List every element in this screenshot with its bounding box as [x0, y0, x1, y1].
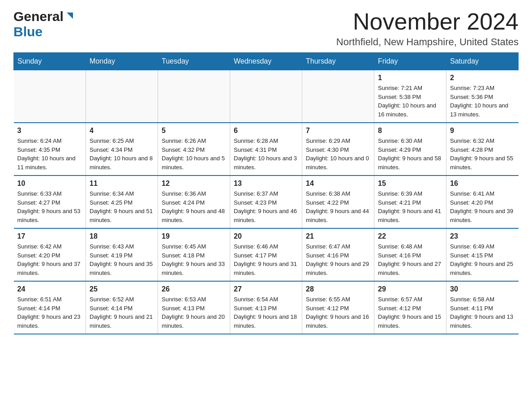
calendar-cell: 18Sunrise: 6:43 AMSunset: 4:19 PMDayligh… [86, 228, 158, 281]
day-number: 18 [90, 232, 154, 240]
calendar-cell: 13Sunrise: 6:37 AMSunset: 4:23 PMDayligh… [230, 176, 302, 228]
day-number: 8 [378, 127, 442, 135]
calendar-cell: 9Sunrise: 6:32 AMSunset: 4:28 PMDaylight… [446, 123, 519, 176]
calendar-week-row: 17Sunrise: 6:42 AMSunset: 4:20 PMDayligh… [14, 228, 519, 281]
calendar-cell: 26Sunrise: 6:53 AMSunset: 4:13 PMDayligh… [158, 281, 230, 334]
day-number: 22 [378, 232, 442, 240]
calendar-cell: 8Sunrise: 6:30 AMSunset: 4:29 PMDaylight… [374, 123, 446, 176]
day-info: Sunrise: 6:24 AMSunset: 4:35 PMDaylight:… [17, 137, 82, 171]
day-info: Sunrise: 6:51 AMSunset: 4:14 PMDaylight:… [17, 295, 82, 330]
calendar-cell: 3Sunrise: 6:24 AMSunset: 4:35 PMDaylight… [14, 123, 86, 176]
calendar-cell: 17Sunrise: 6:42 AMSunset: 4:20 PMDayligh… [14, 228, 86, 281]
calendar-cell: 16Sunrise: 6:41 AMSunset: 4:20 PMDayligh… [446, 176, 519, 228]
calendar-week-row: 1Sunrise: 7:21 AMSunset: 5:38 PMDaylight… [14, 70, 519, 123]
day-info: Sunrise: 6:54 AMSunset: 4:13 PMDaylight:… [234, 295, 298, 330]
calendar-cell: 4Sunrise: 6:25 AMSunset: 4:34 PMDaylight… [86, 123, 158, 176]
calendar-cell: 5Sunrise: 6:26 AMSunset: 4:32 PMDaylight… [158, 123, 230, 176]
calendar-cell: 23Sunrise: 6:49 AMSunset: 4:15 PMDayligh… [446, 228, 519, 281]
day-number: 26 [162, 285, 226, 293]
day-number: 12 [162, 180, 226, 188]
day-info: Sunrise: 6:41 AMSunset: 4:20 PMDaylight:… [450, 189, 515, 224]
calendar-table: SundayMondayTuesdayWednesdayThursdayFrid… [13, 52, 519, 334]
calendar-cell: 14Sunrise: 6:38 AMSunset: 4:22 PMDayligh… [302, 176, 374, 228]
day-number: 23 [450, 232, 515, 240]
calendar-cell: 12Sunrise: 6:36 AMSunset: 4:24 PMDayligh… [158, 176, 230, 228]
day-number: 27 [234, 285, 298, 293]
day-info: Sunrise: 6:49 AMSunset: 4:15 PMDaylight:… [450, 242, 515, 277]
day-number: 10 [17, 180, 82, 188]
logo-blue-text: Blue [13, 24, 43, 39]
day-info: Sunrise: 6:29 AMSunset: 4:30 PMDaylight:… [306, 137, 370, 171]
day-of-week-header: Tuesday [158, 53, 230, 70]
day-info: Sunrise: 6:53 AMSunset: 4:13 PMDaylight:… [162, 295, 226, 330]
calendar-cell: 7Sunrise: 6:29 AMSunset: 4:30 PMDaylight… [302, 123, 374, 176]
calendar-cell: 10Sunrise: 6:33 AMSunset: 4:27 PMDayligh… [14, 176, 86, 228]
day-info: Sunrise: 6:36 AMSunset: 4:24 PMDaylight:… [162, 189, 226, 224]
day-info: Sunrise: 6:30 AMSunset: 4:29 PMDaylight:… [378, 137, 442, 171]
calendar-title: November 2024 [336, 9, 519, 34]
day-number: 19 [162, 232, 226, 240]
calendar-cell [14, 70, 86, 123]
day-info: Sunrise: 6:26 AMSunset: 4:32 PMDaylight:… [162, 137, 226, 171]
day-info: Sunrise: 7:23 AMSunset: 5:36 PMDaylight:… [450, 84, 515, 119]
day-info: Sunrise: 6:55 AMSunset: 4:12 PMDaylight:… [306, 295, 370, 330]
day-info: Sunrise: 7:21 AMSunset: 5:38 PMDaylight:… [378, 84, 442, 119]
calendar-cell: 21Sunrise: 6:47 AMSunset: 4:16 PMDayligh… [302, 228, 374, 281]
calendar-week-row: 10Sunrise: 6:33 AMSunset: 4:27 PMDayligh… [14, 176, 519, 228]
calendar-cell: 20Sunrise: 6:46 AMSunset: 4:17 PMDayligh… [230, 228, 302, 281]
day-info: Sunrise: 6:43 AMSunset: 4:19 PMDaylight:… [90, 242, 154, 277]
calendar-cell: 15Sunrise: 6:39 AMSunset: 4:21 PMDayligh… [374, 176, 446, 228]
calendar-cell: 2Sunrise: 7:23 AMSunset: 5:36 PMDaylight… [446, 70, 519, 123]
day-of-week-header: Monday [86, 53, 158, 70]
day-info: Sunrise: 6:34 AMSunset: 4:25 PMDaylight:… [90, 189, 154, 224]
day-info: Sunrise: 6:46 AMSunset: 4:17 PMDaylight:… [234, 242, 298, 277]
calendar-cell: 19Sunrise: 6:45 AMSunset: 4:18 PMDayligh… [158, 228, 230, 281]
calendar-cell: 27Sunrise: 6:54 AMSunset: 4:13 PMDayligh… [230, 281, 302, 334]
day-number: 25 [90, 285, 154, 293]
svg-marker-0 [67, 13, 73, 19]
day-of-week-header: Saturday [446, 53, 519, 70]
day-number: 6 [234, 127, 298, 135]
calendar-cell: 25Sunrise: 6:52 AMSunset: 4:14 PMDayligh… [86, 281, 158, 334]
calendar-cell [86, 70, 158, 123]
day-number: 9 [450, 127, 515, 135]
calendar-cell [302, 70, 374, 123]
day-of-week-header: Thursday [302, 53, 374, 70]
day-info: Sunrise: 6:33 AMSunset: 4:27 PMDaylight:… [17, 189, 82, 224]
day-of-week-header: Friday [374, 53, 446, 70]
day-of-week-header: Sunday [14, 53, 86, 70]
day-of-week-header: Wednesday [230, 53, 302, 70]
calendar-cell: 30Sunrise: 6:58 AMSunset: 4:11 PMDayligh… [446, 281, 519, 334]
calendar-cell: 1Sunrise: 7:21 AMSunset: 5:38 PMDaylight… [374, 70, 446, 123]
day-info: Sunrise: 6:58 AMSunset: 4:11 PMDaylight:… [450, 295, 515, 330]
calendar-cell [230, 70, 302, 123]
calendar-cell: 11Sunrise: 6:34 AMSunset: 4:25 PMDayligh… [86, 176, 158, 228]
day-number: 11 [90, 180, 154, 188]
day-number: 16 [450, 180, 515, 188]
day-number: 24 [17, 285, 82, 293]
day-info: Sunrise: 6:42 AMSunset: 4:20 PMDaylight:… [17, 242, 82, 277]
calendar-week-row: 3Sunrise: 6:24 AMSunset: 4:35 PMDaylight… [14, 123, 519, 176]
logo-general-text: General [13, 9, 64, 24]
day-info: Sunrise: 6:47 AMSunset: 4:16 PMDaylight:… [306, 242, 370, 277]
calendar-cell: 28Sunrise: 6:55 AMSunset: 4:12 PMDayligh… [302, 281, 374, 334]
day-info: Sunrise: 6:28 AMSunset: 4:31 PMDaylight:… [234, 137, 298, 171]
day-info: Sunrise: 6:37 AMSunset: 4:23 PMDaylight:… [234, 189, 298, 224]
calendar-cell [158, 70, 230, 123]
day-number: 14 [306, 180, 370, 188]
logo-arrow-icon [65, 11, 75, 22]
calendar-subtitle: Northfield, New Hampshire, United States [336, 36, 519, 48]
day-number: 1 [378, 74, 442, 82]
day-number: 30 [450, 285, 515, 293]
day-info: Sunrise: 6:39 AMSunset: 4:21 PMDaylight:… [378, 189, 442, 224]
day-info: Sunrise: 6:52 AMSunset: 4:14 PMDaylight:… [90, 295, 154, 330]
calendar-cell: 29Sunrise: 6:57 AMSunset: 4:12 PMDayligh… [374, 281, 446, 334]
day-info: Sunrise: 6:48 AMSunset: 4:16 PMDaylight:… [378, 242, 442, 277]
day-number: 3 [17, 127, 82, 135]
day-number: 20 [234, 232, 298, 240]
day-info: Sunrise: 6:45 AMSunset: 4:18 PMDaylight:… [162, 242, 226, 277]
title-block: November 2024 Northfield, New Hampshire,… [336, 9, 519, 48]
day-number: 28 [306, 285, 370, 293]
calendar-cell: 22Sunrise: 6:48 AMSunset: 4:16 PMDayligh… [374, 228, 446, 281]
logo: General Blue [13, 9, 75, 39]
